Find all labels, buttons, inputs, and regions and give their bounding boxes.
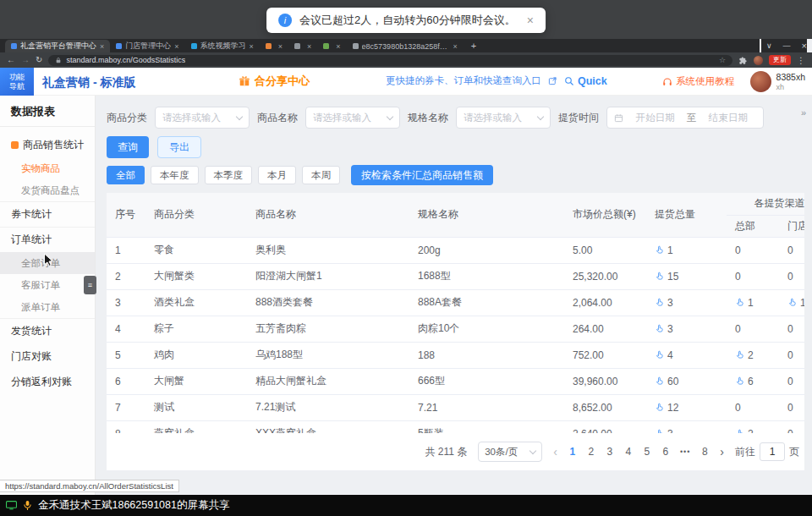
tab-close-icon[interactable] — [278, 42, 283, 51]
range-tab-all[interactable]: 全部 — [107, 166, 145, 184]
prev-page-icon[interactable] — [553, 445, 557, 458]
browser-tab[interactable] — [317, 40, 346, 52]
extensions-puzzle-icon[interactable] — [738, 56, 748, 65]
close-window-icon[interactable] — [802, 41, 807, 51]
pick-count-value: 60 — [667, 376, 678, 387]
page-number[interactable]: 4 — [624, 446, 633, 458]
pickup-date-range[interactable]: 开始日期 至 结束日期 — [606, 107, 764, 129]
table-row: 1零食奥利奥200g5.00100 — [107, 237, 804, 263]
sidebar-item[interactable]: 券卡统计 — [0, 201, 95, 227]
toast-close-icon[interactable] — [527, 14, 534, 27]
page-size-select[interactable]: 30条/页 — [478, 442, 542, 462]
page-number[interactable]: 5 — [643, 446, 651, 458]
summary-button[interactable]: 按检索条件汇总商品销售额 — [351, 165, 493, 185]
sidebar-item[interactable]: 商品销售统计 — [0, 132, 95, 157]
sidebar-item[interactable]: 全部订单 — [0, 252, 95, 274]
page-ellipsis[interactable]: ••• — [680, 447, 690, 456]
external-link-icon — [548, 76, 557, 85]
goto-page-input[interactable] — [760, 442, 785, 461]
browser-menu-icon[interactable] — [797, 56, 805, 65]
table-row: 6大闸蟹精品大闸蟹礼盒666型39,960.006060 — [107, 368, 804, 394]
forward-icon[interactable]: → — [21, 56, 30, 64]
bookmark-star-icon[interactable]: ☆ — [719, 56, 726, 64]
product-name-select[interactable]: 请选择或输入 — [305, 107, 400, 129]
page-size-value: 30条/页 — [485, 446, 518, 458]
cell-category: 测试 — [145, 394, 247, 420]
cell-index: 2 — [107, 263, 145, 289]
tab-close-icon[interactable] — [174, 42, 178, 51]
browser-tab[interactable] — [288, 40, 317, 52]
share-center-link[interactable]: 合分享中心 — [239, 74, 310, 89]
page-number[interactable]: 8 — [700, 446, 709, 458]
brand-title: 礼盒营销 - 标准版 — [42, 75, 135, 91]
range-tab-week[interactable]: 本周 — [302, 166, 340, 184]
sidebar-item[interactable]: 客服订单 — [0, 274, 95, 296]
hq-count-cell: 1 — [727, 289, 779, 316]
sidebar-item[interactable]: 订单统计 — [0, 227, 95, 252]
filter-collapse-icon[interactable] — [801, 107, 806, 118]
sidebar-item[interactable]: 门店对账 — [0, 343, 95, 369]
chevron-down-icon — [537, 113, 544, 119]
back-icon[interactable]: ← — [7, 56, 15, 64]
tab-close-icon[interactable] — [250, 42, 254, 51]
tab-close-icon[interactable] — [307, 42, 311, 51]
sidebar-item[interactable]: 发货商品盘点 — [0, 179, 95, 201]
table-header: 序号 商品分类 商品名称 规格名称 市场价总额(¥) 提货总量 各提货渠道 总部… — [107, 193, 804, 237]
screen-share-bar: 金禾通技术王斌18662591081的屏幕共享 — [0, 495, 812, 516]
cell-spec: 5瓶装 — [409, 420, 564, 433]
browser-profile-avatar[interactable] — [754, 56, 763, 65]
browser-tab[interactable]: 系统视频学习 — [185, 40, 260, 52]
refresh-icon[interactable]: ↻ — [36, 56, 42, 64]
quick-search[interactable]: Quick — [564, 75, 607, 87]
cell-spec: 188 — [409, 342, 564, 368]
filter-bar: 商品分类 请选择或输入 商品名称 请选择或输入 规格名称 请选择或输入 提货时间… — [107, 106, 792, 129]
range-tab-year[interactable]: 本年度 — [151, 166, 199, 184]
range-tab-quarter[interactable]: 本季度 — [205, 166, 253, 184]
sidebar-item[interactable]: 派单订单 — [0, 296, 95, 318]
sidebar-item[interactable]: 发货统计 — [0, 318, 95, 343]
minimize-icon[interactable] — [783, 41, 791, 50]
range-tab-month[interactable]: 本月 — [258, 166, 296, 184]
col-header-store: 门店 — [779, 215, 804, 237]
cell-category: 大闸蟹类 — [145, 263, 247, 289]
browser-tab[interactable]: 礼盒营销平台管理中心 — [5, 40, 110, 52]
tab-title: e8c573980b1328a258fd2e6f — [362, 42, 450, 51]
sidebar-item[interactable]: 分销返利对账 — [0, 369, 95, 394]
share-center-label: 合分享中心 — [255, 74, 310, 89]
tutorial-link[interactable]: 系统使用教程 — [662, 75, 734, 88]
spec-select[interactable]: 请选择或输入 — [456, 107, 551, 129]
function-nav-badge[interactable]: 功能 导航 — [0, 68, 34, 96]
quick-entry-tip[interactable]: 更快捷的券卡、订单和快递查询入口 — [386, 74, 541, 87]
page-number[interactable]: 1 — [568, 446, 577, 458]
pagination-bar: 共 211 条 30条/页 123456•••8 前往 页 — [107, 433, 804, 470]
filter-label-category: 商品分类 — [107, 111, 147, 125]
category-select[interactable]: 请选择或输入 — [155, 107, 250, 129]
new-tab-button[interactable] — [464, 41, 484, 51]
omnibox[interactable]: standard.maboy.cn/GoodsStatistics ☆ — [48, 55, 732, 66]
query-button[interactable]: 查询 — [107, 136, 149, 158]
sidebar-item-label: 分销返利对账 — [11, 375, 72, 389]
page-number[interactable]: 3 — [606, 446, 614, 458]
page-number[interactable]: 2 — [587, 446, 595, 458]
table-row: 8燕窝礼盒XXX燕窝礼盒5瓶装2,640.00320 — [107, 420, 804, 433]
browser-tab[interactable]: e8c573980b1328a258fd2e6f — [347, 40, 464, 52]
sidebar-item-label: 派单订单 — [21, 301, 60, 314]
browser-tab[interactable]: 门店管理中心 — [110, 40, 184, 52]
tab-close-icon[interactable] — [100, 42, 104, 51]
tab-search-icon[interactable] — [766, 41, 772, 50]
page-number[interactable]: 6 — [661, 446, 670, 458]
sidebar-item[interactable]: 实物商品 — [0, 157, 95, 179]
sidebar-menu: 商品销售统计实物商品发货商品盘点券卡统计订单统计全部订单客服订单派单订单发货统计… — [0, 127, 95, 394]
export-button[interactable]: 导出 — [157, 136, 201, 158]
browser-update-button[interactable]: 更新 — [769, 55, 791, 65]
pick-count-icon — [655, 324, 664, 333]
next-page-icon[interactable] — [720, 445, 724, 458]
sidebar-collapse-handle[interactable] — [84, 276, 96, 294]
user-box[interactable]: 8385xh xh — [750, 71, 805, 92]
browser-tab[interactable] — [260, 40, 288, 52]
tab-close-icon[interactable] — [453, 42, 458, 51]
tab-close-icon[interactable] — [336, 42, 340, 51]
pick-count-cell: 4 — [646, 342, 727, 368]
app-header: 功能 导航 礼盒营销 - 标准版 合分享中心 更快捷的券卡、订单和快递查询入口 … — [0, 68, 812, 96]
pick-count-value: 4 — [667, 349, 673, 361]
